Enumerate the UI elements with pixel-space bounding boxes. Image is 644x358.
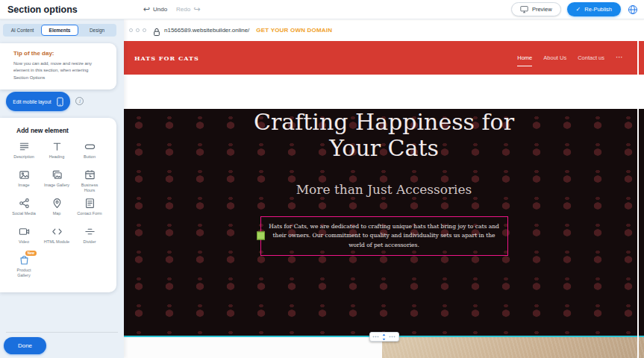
resize-handle-green[interactable] (257, 232, 265, 240)
tab-elements[interactable]: Elements (41, 25, 78, 36)
product-gallery-icon (19, 254, 30, 266)
globe-icon[interactable] (627, 4, 639, 16)
video-icon (19, 226, 30, 237)
element-label: Business Hours (76, 183, 103, 193)
element-grid: Description Heading Button Image Image G… (7, 141, 106, 283)
window-dot-icon (143, 28, 146, 32)
element-label: Divider (83, 239, 96, 245)
element-social-media[interactable]: Social Media (8, 198, 40, 216)
site-logo[interactable]: HATS FOR CATS (134, 54, 199, 62)
divider-icon (84, 226, 96, 237)
window-dot-icon (136, 28, 140, 32)
phone-icon (57, 97, 63, 107)
site-preview: HATS FOR CATS Home About Us Contact us ⋯… (124, 41, 644, 358)
element-label: Video (19, 239, 29, 245)
republish-button[interactable]: ✓ Re-Publish (567, 2, 621, 16)
sidebar-divider (6, 332, 118, 333)
element-label: Heading (49, 154, 65, 160)
element-description[interactable]: Description (8, 141, 40, 160)
element-heading[interactable]: Heading (41, 141, 72, 160)
element-label: Social Media (12, 211, 36, 216)
window-dot-icon (129, 28, 133, 32)
image-icon (19, 169, 30, 180)
element-label: Description (13, 154, 34, 160)
app-root: Section options ↩ Undo Redo ↪ Preview ✓ … (0, 0, 644, 358)
page-title: Section options (7, 4, 78, 15)
element-label: HTML Module (44, 239, 69, 245)
resize-vertical-icon (381, 333, 387, 341)
element-divider[interactable]: Divider (74, 226, 105, 245)
topbar-actions: Preview ✓ Re-Publish (511, 2, 639, 16)
selected-text-element[interactable]: Hats for Cats, we are dedicated to craft… (260, 216, 508, 256)
lock-icon (153, 26, 160, 35)
element-button[interactable]: Button (74, 141, 105, 160)
element-label: Image (18, 183, 29, 188)
section-resize-handle[interactable] (369, 332, 399, 342)
edit-mobile-label: Edit mobile layout (13, 99, 51, 104)
check-icon: ✓ (576, 7, 581, 13)
hero-heading[interactable]: Crafting Happiness for Your Cats (228, 109, 541, 162)
sidebar-tabs: AI Content Elements Design (3, 24, 116, 37)
redo-button[interactable]: Redo ↪ (176, 5, 200, 13)
tip-title: Tip of the day: (13, 50, 107, 57)
element-label: Button (84, 154, 96, 160)
monitor-icon (520, 5, 528, 13)
hero-heading-line2: Your Cats (228, 135, 541, 161)
button-icon (84, 141, 96, 152)
business-hours-icon (84, 169, 96, 180)
republish-label: Re-Publish (584, 6, 612, 13)
contact-form-icon (84, 198, 96, 209)
done-button[interactable]: Done (4, 337, 46, 354)
preview-label: Preview (532, 6, 552, 13)
site-header[interactable]: HATS FOR CATS Home About Us Contact us ⋯ (124, 41, 644, 75)
add-element-title: Add new element (0, 118, 116, 134)
editor-canvas: n1566589.websitebuilder.online/ GET YOUR… (124, 19, 644, 358)
undo-label: Undo (153, 6, 167, 13)
grip-dots-icon (372, 336, 379, 338)
canvas-scrollbar[interactable] (637, 41, 639, 358)
element-label: Image Gallery (44, 183, 69, 188)
carpet-image (382, 337, 644, 358)
edit-mobile-layout-button[interactable]: Edit mobile layout (6, 92, 70, 111)
nav-about-us[interactable]: About Us (543, 54, 566, 66)
redo-icon: ↪ (193, 5, 200, 13)
element-image[interactable]: Image (8, 169, 40, 188)
element-map[interactable]: Map (41, 198, 72, 216)
element-video[interactable]: Video (8, 226, 40, 245)
nav-contact-us[interactable]: Contact us (578, 54, 604, 66)
undo-button[interactable]: ↩ Undo (143, 5, 167, 13)
add-element-panel: Add new element Description Heading Butt… (0, 118, 116, 292)
heading-icon (51, 141, 63, 152)
element-label: Product Gallery (10, 268, 37, 278)
hero-heading-line1: Crafting Happiness for (228, 109, 541, 135)
nav-more-icon[interactable]: ⋯ (616, 53, 623, 61)
site-url: n1566589.websitebuilder.online/ (164, 27, 249, 34)
element-image-gallery[interactable]: Image Gallery (41, 169, 72, 188)
topbar: Section options ↩ Undo Redo ↪ Preview ✓ … (0, 0, 644, 19)
description-icon (19, 141, 30, 152)
site-nav: Home About Us Contact us ⋯ (517, 41, 623, 75)
element-product-gallery[interactable]: New Product Gallery (8, 254, 40, 278)
tip-body: Now you can add, move and resize any ele… (13, 60, 104, 81)
redo-label: Redo (176, 6, 190, 13)
hero-subheading[interactable]: More than Just Accessories (124, 182, 644, 197)
undo-icon: ↩ (143, 5, 150, 13)
element-business-hours[interactable]: Business Hours (74, 169, 105, 193)
html-module-icon (51, 226, 63, 237)
nav-home[interactable]: Home (517, 54, 532, 66)
social-media-icon (19, 198, 30, 209)
hero-paragraph: Hats for Cats, we are dedicated to craft… (268, 222, 501, 250)
grip-dots-icon (389, 336, 396, 338)
history-controls: ↩ Undo Redo ↪ (143, 5, 201, 13)
tab-ai-content[interactable]: AI Content (4, 25, 41, 36)
hero-section[interactable]: Crafting Happiness for Your Cats More th… (124, 109, 644, 337)
info-icon[interactable]: i (75, 97, 84, 105)
tab-design[interactable]: Design (78, 25, 116, 36)
element-html-module[interactable]: HTML Module (41, 226, 72, 245)
element-contact-form[interactable]: Contact Form (74, 198, 105, 216)
tip-card: Tip of the day: Now you can add, move an… (0, 43, 116, 90)
get-domain-link[interactable]: GET YOUR OWN DOMAIN (256, 27, 332, 34)
preview-button[interactable]: Preview (511, 2, 561, 16)
element-label: Contact Form (77, 211, 101, 216)
sidebar: AI Content Elements Design Tip of the da… (0, 19, 124, 358)
